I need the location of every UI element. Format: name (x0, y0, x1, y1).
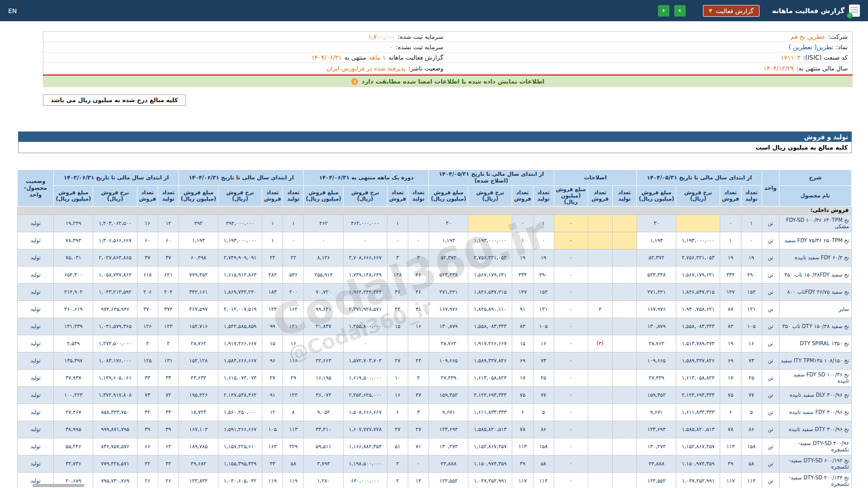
symbol-value[interactable]: نطرین( نعطرین ) (788, 43, 833, 51)
next-report-button[interactable]: › (674, 5, 686, 17)
top-navbar: ✓ گزارش فعالیت ماهانه گزارش فعالیت ▼ › ‹… (0, 0, 868, 21)
col-header: تعداد تولید (533, 186, 554, 206)
value-cell: ۱۱۳ (512, 438, 533, 455)
value-cell: ۳۲,۷۳۶ (54, 455, 93, 472)
status-cell: تولید (18, 335, 54, 352)
table-row: نخ ۶۰۰/۱۹۲ DTY-SD سفید-تکسچرهتن۵۸۳۹۱,۱۵۰… (18, 455, 852, 472)
value-cell: ۲,۲۵۴,۶۲۵,۰۰۰ (343, 386, 387, 404)
value-cell: ۱۲۱ (533, 300, 554, 318)
period-length: ۱ ماهه (369, 54, 386, 61)
value-cell: ۱۳۰,۸۷۹ (637, 318, 676, 335)
value-cell: ۱۵۸ (741, 438, 762, 455)
value-cell: ۳۷۴ (158, 300, 179, 318)
value-cell: ۷۷ (533, 386, 554, 404)
col-header-product: نام محصول (779, 186, 851, 206)
value-cell (612, 352, 637, 369)
col-header: مبلغ فروش (میلیون ریال) (429, 186, 468, 206)
unit-cell: تن (762, 421, 779, 438)
value-cell: ۷۹۵,۷۳۰,۷۶۹ (93, 472, 137, 488)
status-cell: تولید (18, 283, 54, 300)
value-cell: ۱,۵۶۷,۱۷۹,۶۴۱ (676, 266, 720, 283)
value-cell: ۱,۵۸۵,۸۲۰,۵۱۳ (676, 421, 720, 438)
amounts-note-wrap: کلیه مبالغ درج شده به میلیون ریال می باش… (43, 94, 853, 106)
value-cell: ۱۲۲,۵۵۲ (637, 472, 676, 488)
value-cell: ۹۱ (262, 386, 283, 404)
unit-cell: تن (762, 249, 779, 266)
value-cell: ۲۶۷,۵۹۷ (179, 300, 218, 318)
value-cell: ۲۸,۷۶۲ (637, 335, 676, 352)
info-isic: کد صنعت (ISIC): ۱۷۱۱۰۳ (448, 54, 853, 61)
col-header: تعداد تولید (158, 186, 179, 206)
value-cell: ۳۶ (387, 283, 408, 300)
report-type-dropdown[interactable]: گزارش فعالیت ▼ (703, 5, 760, 17)
signature-match-banner: اطلاعات نمایش داده شده با اطلاعات امضا ش… (43, 75, 853, 87)
chevron-down-icon: ▼ (709, 8, 712, 13)
value-cell: ۱۰۵ (533, 318, 554, 335)
unit-cell: تن (762, 352, 779, 369)
value-cell: ۸۶ (533, 421, 554, 438)
company-info-table: شرکت: عطرین نخ قم سرمایه ثبت شده: ۱,۷۰۰,… (43, 31, 853, 74)
monthly-report-icon: ✓ (849, 5, 860, 17)
value-cell: ۱۹۵,۴۲۶ (179, 386, 218, 404)
value-cell: ۲ (137, 335, 158, 352)
value-cell: ۲۷ (262, 369, 283, 386)
value-cell: ۳۹ (512, 455, 533, 472)
value-cell: ۳۹ (137, 421, 158, 438)
value-cell: ۰ (512, 215, 533, 232)
value-cell: ۱,۰۴۱,۵۷۹,۳۶۵ (93, 318, 137, 335)
value-cell: ۱,۴۵۵,۸۰۰,۰۰۰ (343, 318, 387, 335)
value-cell: ۲۸,۷۶۲ (179, 335, 218, 352)
value-cell: ۱,۶۱۹,۵۰۰,۰۰۰ (343, 369, 387, 386)
value-cell: ۱۴ (158, 215, 179, 232)
table-row: نخ سفید ۱۵۰/۴۸FDY تاب ۳۵۰تن۴۹۰۳۳۴۱,۵۶۷,۱… (18, 266, 852, 283)
col-header: تعداد فروش (387, 186, 408, 206)
value-cell (588, 215, 612, 232)
value-cell: ۱۶,۱۹۵ (304, 369, 343, 386)
issuer-status-value: پذیرفته شده در فرابورس ایران (326, 65, 406, 72)
value-cell: ۴۲ (158, 455, 179, 472)
value-cell: ۱۵۴ (533, 283, 554, 300)
table-units-note: کلیه مبالغ به میلیون ریال است (18, 142, 852, 153)
value-cell: ۴۲,۶۶۳ (304, 352, 343, 369)
value-cell: ۸۴ (720, 318, 741, 335)
value-cell: ۳۶,۰۷۴ (304, 386, 343, 404)
value-cell: ۱۹ (512, 249, 533, 266)
value-cell: ۷۷۹,۴۲۸,۵۷۱ (93, 455, 137, 472)
value-cell: ۶۰ (137, 232, 158, 249)
value-cell: ۵۸ (283, 455, 304, 472)
product-name: نخ ۴۰۰/۱۴۴ DTY-SD سفید-تکسچره (779, 472, 851, 488)
group-header-g03: از ابتدای سال مالی تا تاریخ ۱۴۰۳/۰۶/۳۱ (54, 170, 179, 186)
value-cell: ۲۷,۴۳۹ (429, 369, 468, 386)
horizontal-scrollbar-thumb[interactable] (33, 484, 85, 487)
value-cell: ۳۶۰,۶۱۹ (54, 300, 93, 318)
info-registered-capital: سرمایه ثبت شده: ۱,۷۰۰,۰۰۰ (43, 33, 448, 40)
product-name: DTY-SD ۳۰۰/۹۶ سفید-تکسچره (779, 438, 851, 455)
value-cell (676, 215, 720, 232)
registered-capital-label: سرمایه ثبت شده: (398, 33, 443, 40)
period-label: گزارش فعالیت ماهانه (388, 54, 443, 61)
product-name: نخ ۶۰/۴ FDY سفید تابیده (779, 249, 851, 266)
col-header: تعداد تولید (283, 186, 304, 206)
value-cell: ۲۷۱,۴۴۱ (637, 283, 676, 300)
period-mid: منتهی به (344, 54, 366, 61)
language-toggle[interactable]: EN (8, 7, 17, 14)
section-header-production-sales: تولید و فروش (18, 131, 852, 142)
value-cell: ۱۶ (387, 386, 408, 404)
value-cell: ۰ (554, 232, 588, 249)
unit-cell: تن (762, 455, 779, 472)
value-cell: ۲۶ (137, 472, 158, 488)
prev-report-button[interactable]: ‹ (658, 5, 670, 17)
value-cell: ۸۳۶,۷۵۷,۵۷۶ (93, 438, 137, 455)
value-cell: ۳۴۲,۱۶۱ (179, 283, 218, 300)
value-cell: ۲,۰۱۲,۰۰۷,۵۱۹ (218, 300, 262, 318)
value-cell: ۱,۱۵۲,۸۶۷,۲۵۷ (468, 438, 512, 455)
value-cell: ۱۲ (262, 404, 283, 421)
value-cell: ۱ (720, 232, 741, 249)
value-cell: ۱,۹۶۴,۴۴۴,۴۴۴ (343, 283, 387, 300)
value-cell: ۱۴۷ (512, 283, 533, 300)
value-cell (408, 335, 429, 352)
value-cell: ۴۳ (262, 455, 283, 472)
unit-cell: تن (762, 215, 779, 232)
value-cell: ۲۲ (283, 249, 304, 266)
value-cell: ۱۳۱ (158, 352, 179, 369)
